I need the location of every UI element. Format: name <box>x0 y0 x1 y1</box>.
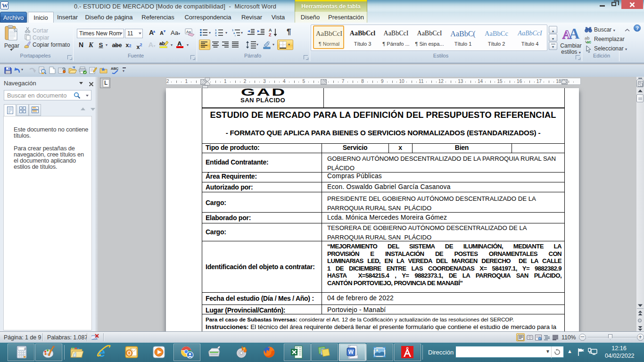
svg-text:i: i <box>235 34 236 37</box>
svg-text:A: A <box>269 28 272 33</box>
svg-text:3: 3 <box>215 34 217 37</box>
svg-text:Z: Z <box>269 33 272 37</box>
svg-text:ac: ac <box>586 40 591 43</box>
